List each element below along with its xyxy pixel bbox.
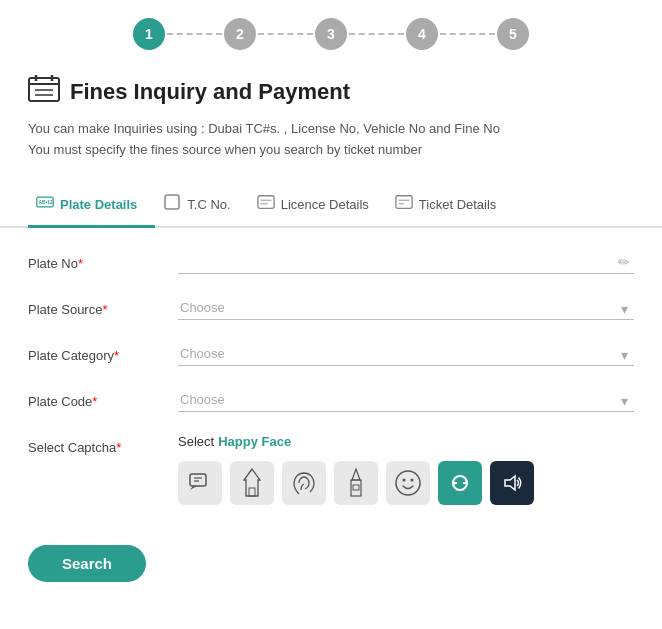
plate-no-row: Plate No* ✏	[28, 250, 634, 274]
captcha-instruction: Select Happy Face	[178, 434, 634, 449]
tab-licence-details[interactable]: Licence Details	[249, 185, 387, 228]
tc-icon	[163, 193, 181, 215]
plate-code-wrap: Choose ▾	[178, 388, 634, 412]
plate-category-label: Plate Category*	[28, 342, 178, 363]
step-2[interactable]: 2	[224, 18, 256, 50]
plate-category-row: Plate Category* Choose ▾	[28, 342, 634, 366]
captcha-sound-icon[interactable]	[490, 461, 534, 505]
header-section: Fines Inquiry and Payment You can make I…	[0, 64, 662, 169]
plate-code-label: Plate Code*	[28, 388, 178, 409]
step-line-1-2	[167, 33, 222, 35]
svg-rect-23	[353, 485, 359, 490]
svg-text:AB•12: AB•12	[38, 200, 52, 205]
captcha-chat-icon[interactable]	[178, 461, 222, 505]
plate-source-select[interactable]: Choose	[178, 296, 634, 320]
svg-marker-27	[505, 476, 515, 490]
captcha-row: Select Captcha* Select Happy Face	[28, 434, 634, 505]
svg-rect-15	[190, 474, 206, 486]
plate-icon: AB•12	[36, 193, 54, 215]
captcha-happy-face: Happy Face	[218, 434, 291, 449]
captcha-wrap: Select Happy Face	[178, 434, 634, 505]
stepper: 1 2 3 4 5	[0, 0, 662, 64]
captcha-building-icon[interactable]	[230, 461, 274, 505]
plate-category-select[interactable]: Choose	[178, 342, 634, 366]
svg-point-26	[411, 479, 414, 482]
tab-licence-label: Licence Details	[281, 197, 369, 212]
svg-rect-9	[258, 196, 274, 209]
plate-source-row: Plate Source* Choose ▾	[28, 296, 634, 320]
required-star: *	[78, 256, 83, 271]
tab-ticket-details[interactable]: Ticket Details	[387, 185, 515, 228]
required-star-captcha: *	[116, 440, 121, 455]
info-line-2: You must specify the fines source when y…	[28, 142, 634, 157]
tabs-container: AB•12 Plate Details T.C No. Licence Deta…	[0, 169, 662, 228]
captcha-icons-row	[178, 461, 634, 505]
plate-source-wrap: Choose ▾	[178, 296, 634, 320]
step-line-2-3	[258, 33, 313, 35]
svg-rect-8	[165, 195, 179, 209]
fines-icon	[28, 74, 60, 109]
page-title: Fines Inquiry and Payment	[70, 79, 350, 105]
svg-marker-19	[244, 469, 260, 496]
tab-ticket-label: Ticket Details	[419, 197, 497, 212]
info-line-1: You can make Inquiries using : Dubai TC#…	[28, 121, 634, 136]
plate-no-input[interactable]	[178, 250, 634, 274]
page-title-row: Fines Inquiry and Payment	[28, 74, 634, 109]
form-section: Plate No* ✏ Plate Source* Choose ▾ Plate…	[0, 228, 662, 505]
step-5[interactable]: 5	[497, 18, 529, 50]
required-star-code: *	[92, 394, 97, 409]
svg-rect-20	[249, 488, 255, 496]
captcha-label: Select Captcha*	[28, 434, 178, 455]
required-star-category: *	[114, 348, 119, 363]
captcha-fingerprint-icon[interactable]	[282, 461, 326, 505]
plate-code-row: Plate Code* Choose ▾	[28, 388, 634, 412]
plate-no-wrap: ✏	[178, 250, 634, 274]
captcha-refresh-icon[interactable]	[438, 461, 482, 505]
svg-rect-12	[396, 196, 412, 209]
tab-tc-label: T.C No.	[187, 197, 230, 212]
svg-point-25	[403, 479, 406, 482]
step-line-3-4	[349, 33, 404, 35]
plate-category-wrap: Choose ▾	[178, 342, 634, 366]
plate-no-label: Plate No*	[28, 250, 178, 271]
tab-tc-no[interactable]: T.C No.	[155, 185, 248, 228]
svg-point-24	[396, 471, 420, 495]
search-button[interactable]: Search	[28, 545, 146, 582]
tab-plate-label: Plate Details	[60, 197, 137, 212]
step-line-4-5	[440, 33, 495, 35]
plate-code-select[interactable]: Choose	[178, 388, 634, 412]
plate-source-label: Plate Source*	[28, 296, 178, 317]
captcha-tower-icon[interactable]	[334, 461, 378, 505]
ticket-icon	[395, 193, 413, 215]
captcha-prefix: Select	[178, 434, 214, 449]
step-4[interactable]: 4	[406, 18, 438, 50]
step-3[interactable]: 3	[315, 18, 347, 50]
required-star-source: *	[102, 302, 107, 317]
svg-marker-21	[352, 469, 360, 480]
step-1[interactable]: 1	[133, 18, 165, 50]
edit-icon[interactable]: ✏	[618, 254, 630, 270]
captcha-smile-icon[interactable]	[386, 461, 430, 505]
licence-icon	[257, 193, 275, 215]
tab-plate-details[interactable]: AB•12 Plate Details	[28, 185, 155, 228]
